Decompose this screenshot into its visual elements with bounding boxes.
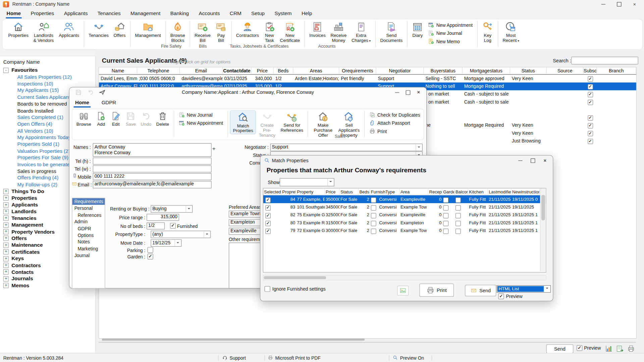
table-row[interactable]: David Lees, Emma Le ;030 0505 0606;0 dav… [99,75,636,82]
menu-item[interactable]: Help [297,9,317,17]
menu-item[interactable]: Banking [165,9,194,17]
column-header[interactable]: Receps [428,188,442,195]
ribbon-button[interactable]: Delete [154,110,171,127]
selected-checkbox[interactable] [265,221,271,226]
menu-item[interactable]: Applicants [59,9,93,17]
garden-checkbox[interactable] [443,205,448,210]
tree-expander-icon[interactable]: + [3,236,9,241]
parking-checkbox[interactable] [148,247,153,253]
minimize-button[interactable] [596,0,611,9]
furnished-checkbox[interactable] [170,223,176,229]
ribbon-button[interactable]: Applicants▾ [56,20,82,39]
balcony-checkbox[interactable] [455,205,461,210]
column-header[interactable]: Telephone [137,67,180,74]
subscribe-checkbox[interactable] [588,100,593,105]
garden-checkbox[interactable] [443,213,448,219]
menu-item[interactable]: Home [2,9,26,17]
column-header[interactable]: Source [547,67,584,74]
show-select[interactable] [280,178,334,186]
column-header[interactable]: Beds [274,67,293,74]
ribbon-stack-button[interactable]: Attach Passport [369,120,420,126]
ribbon-button[interactable]: Diary▾ [410,20,426,39]
print-icon[interactable] [627,345,635,353]
preferred-area-field[interactable]: Example Town [229,210,261,218]
tree-expander-icon[interactable]: + [3,195,9,201]
ribbon-button[interactable]: Browse Blocks▾ [168,20,187,44]
furnished-checkbox[interactable] [371,197,376,203]
column-header[interactable]: Orequirements [339,67,376,74]
column-header[interactable]: Selected [263,188,281,195]
maximize-button[interactable] [611,0,627,9]
send-button[interactable]: Send [546,344,574,353]
selected-checkbox[interactable] [265,205,271,210]
tree-expander-icon[interactable]: + [3,202,9,207]
column-header[interactable]: Newinstruction [511,188,539,195]
column-header[interactable]: Area [399,188,428,195]
preferred-area-field[interactable]: Exampleton [229,219,261,226]
hscrollbar-thumb[interactable] [102,339,365,341]
column-header[interactable]: Branch [597,67,636,74]
balcony-checkbox[interactable] [455,197,461,203]
selected-checkbox[interactable] [265,213,271,219]
ribbon-button[interactable]: Contractors▾ [233,20,261,39]
negotiator-select[interactable]: Support [270,144,423,151]
ribbon-button[interactable]: Receive Money▾ [328,20,349,44]
column-header[interactable]: Propref [281,188,296,195]
close-button[interactable]: × [627,0,643,9]
ribbon-button[interactable]: Match Properties [230,110,256,134]
nav-item[interactable]: GDPR [72,225,105,232]
tree-expander-icon[interactable]: + [3,209,9,214]
ribbon-button[interactable]: Landlords & Vendors▾ [31,20,56,44]
chart-icon[interactable] [605,345,613,353]
tree-item[interactable]: - Favourites [0,67,95,74]
dialog-tab[interactable]: Home [74,99,90,107]
ribbon-button[interactable]: Extra Charges▾ [349,20,373,44]
ribbon-button[interactable]: Properties▾ [6,20,31,39]
menu-item[interactable]: Tenancies [93,9,125,17]
column-header[interactable]: Status [340,188,359,195]
tree-expander-icon[interactable]: + [3,189,9,194]
ribbon-button[interactable]: Undo [138,110,154,127]
ribbon-button[interactable]: New Certificate▾ [277,20,302,44]
match-row[interactable]: 80 73 Example Rc 315000 For Sale 2 Conve… [263,219,546,227]
balcony-checkbox[interactable] [455,213,461,219]
match-row[interactable]: 82 75 Example Gr 325000 For Sale 2 Conve… [263,211,546,219]
nav-item[interactable]: Journal [72,252,105,259]
tree-item[interactable]: Inspections (10) [0,80,95,87]
nav-item[interactable]: Notes [72,239,105,245]
column-header[interactable]: Balcony [455,188,468,195]
match-row[interactable]: 83 101 Southgate 345000 For Sale 2 Conve… [263,203,546,211]
tel-work-field[interactable] [93,165,212,172]
move-date-select[interactable]: 19/12/25 [151,239,181,247]
preview-checkbox[interactable] [498,294,504,299]
status-printer[interactable]: Microsoft Print to PDF [268,355,320,360]
garden-checkbox[interactable] [443,197,448,203]
column-header[interactable]: Property [296,188,325,195]
column-header[interactable]: Price [251,67,273,74]
dialog-maximize-button[interactable] [402,88,413,96]
menu-item[interactable]: Management [125,9,165,17]
subscribe-checkbox[interactable] [588,138,593,144]
column-header[interactable]: Name [99,67,137,74]
menu-item[interactable]: Setup [246,9,269,17]
tree-item[interactable]: All Sales Properties (12) [0,74,95,80]
preview-toggle[interactable]: Preview [498,294,522,299]
ribbon-button[interactable]: Add [94,110,108,127]
tree-expander-icon[interactable]: + [3,276,9,282]
tree-expander-icon[interactable]: + [3,216,9,221]
tree-expander-icon[interactable]: + [3,256,9,261]
renting-select[interactable]: Buying [151,205,193,213]
tree-expander-icon[interactable]: + [3,222,9,228]
menu-item[interactable]: System [270,9,297,17]
export-icon[interactable] [616,345,624,353]
tree-expander-icon[interactable]: + [3,229,9,234]
subscribe-checkbox[interactable] [588,115,593,120]
column-header[interactable]: Contactdate [223,67,252,74]
furnished-checkbox[interactable] [371,205,376,210]
preview-checkbox[interactable] [577,345,582,351]
subscribe-checkbox[interactable] [588,92,593,97]
ribbon-stack-button[interactable]: Print [369,128,420,134]
column-header[interactable]: Email [180,67,222,74]
garden-checkbox[interactable] [443,221,448,226]
beds-field[interactable]: 1/2 [147,223,165,230]
